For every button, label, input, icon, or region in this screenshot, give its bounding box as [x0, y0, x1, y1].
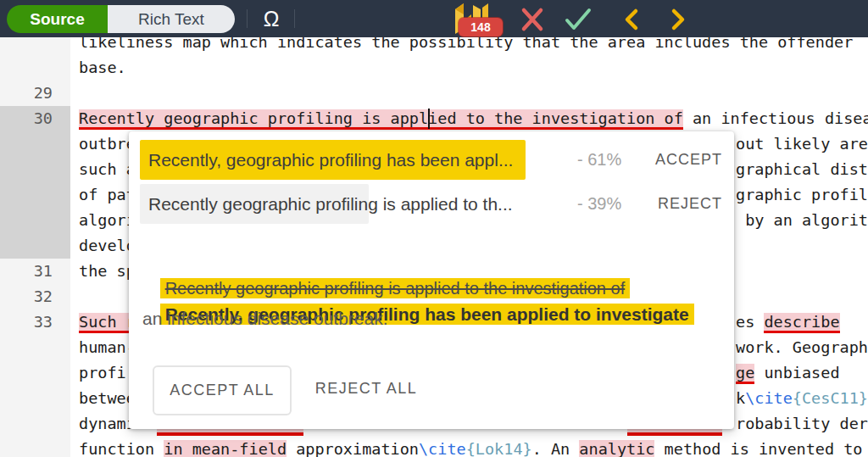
accept-all-button[interactable]: ACCEPT ALL: [153, 365, 292, 415]
code-fragment: robability der: [736, 411, 868, 437]
code-text: work. Geograph: [736, 338, 868, 356]
code-fragment: ge unbiased: [736, 360, 840, 386]
code-text: outbre: [79, 135, 136, 153]
code-fragment: function in mean-field approximation\cit…: [79, 437, 863, 457]
code-fragment: es describe: [736, 309, 840, 335]
line-number: 32: [0, 284, 53, 309]
reject-change-button[interactable]: [516, 3, 548, 36]
suggestion-text: Recently geographic profiling is applied…: [148, 184, 513, 224]
track-changes-widget-button[interactable]: 148: [451, 2, 504, 37]
code-text: betwee: [79, 389, 136, 407]
line-number: 29: [0, 81, 53, 106]
code-text: robability der: [736, 415, 868, 432]
code-text: unbiased: [754, 364, 839, 382]
code-fragment: outbre: [79, 131, 136, 157]
suggestion-row[interactable]: Recently, geographic profiling has been …: [140, 140, 724, 180]
changed-text: in mean-field: [164, 440, 287, 457]
latex-command: \cite: [419, 440, 466, 457]
toolbar-divider: [294, 9, 295, 28]
code-fragment: by an algorit: [736, 208, 868, 233]
suggestion-score: - 39%: [577, 184, 621, 224]
mode-toggle: Source Rich Text: [7, 5, 235, 33]
suggestion-score: - 61%: [577, 140, 621, 180]
code-text: base.: [79, 59, 126, 76]
suggestion-text: Recently, geographic profiling has been …: [148, 140, 513, 180]
previous-change-button[interactable]: [615, 3, 648, 36]
code-text: the sp: [79, 262, 136, 280]
changed-text: ge: [736, 364, 754, 382]
code-text: human-: [79, 338, 136, 356]
changed-text: Such r: [79, 313, 136, 331]
editor-row[interactable]: 30Recently geographic profiling is appli…: [0, 106, 868, 131]
code-text: k: [736, 389, 745, 407]
code-fragment: such a: [79, 157, 136, 182]
symbol-palette-button[interactable]: Ω: [254, 3, 288, 34]
changed-text: describe: [764, 313, 839, 331]
code-fragment: profi: [79, 360, 126, 386]
code-fragment: Recently geographic profiling is applied…: [79, 106, 868, 131]
code-text: profi: [79, 364, 126, 382]
code-fragment: dynami: [79, 411, 136, 437]
code-fragment: graphic profil: [736, 182, 868, 208]
code-text: algori: [79, 211, 136, 229]
toolbar-divider: [247, 9, 248, 28]
code-text: an infectious disease: [683, 109, 868, 127]
chevron-right-icon: [669, 8, 687, 31]
code-text: of pat: [79, 186, 136, 203]
changes-count-badge: 148: [459, 18, 503, 36]
latex-command: \cite: [745, 389, 793, 407]
editor-row[interactable]: function in mean-field approximation\cit…: [0, 437, 868, 457]
editor-row[interactable]: 29: [0, 81, 868, 106]
code-fragment: the sp: [79, 259, 136, 284]
accept-button[interactable]: ACCEPT: [655, 140, 722, 180]
code-fragment: of pat: [79, 182, 136, 208]
code-text: graphic profil: [736, 186, 868, 203]
track-changes-popup: Recently, geographic profiling has been …: [129, 131, 734, 429]
changed-text: Recently geographic profiling is applied…: [79, 109, 683, 127]
reject-all-button[interactable]: REJECT ALL: [298, 365, 434, 412]
code-fragment: base.: [79, 55, 126, 81]
line-number: 30: [0, 106, 53, 131]
line-number: 33: [0, 309, 53, 335]
next-change-button[interactable]: [662, 3, 694, 36]
line-number: 31: [0, 259, 53, 284]
code-text: graphical dist: [736, 160, 868, 178]
changed-text: analytic: [579, 440, 654, 457]
latex-argument: {Lok14}: [466, 440, 532, 457]
code-fragment: graphical dist: [736, 157, 868, 182]
app-window: likeliness map which indicates the possi…: [0, 0, 868, 457]
editor-row[interactable]: base.: [0, 55, 868, 81]
code-fragment: betwee: [79, 386, 136, 411]
preview-unchanged-text: an infectious disease outbreak.: [142, 306, 388, 331]
code-fragment: work. Geograph: [736, 335, 868, 360]
code-text: by an algorit: [736, 211, 868, 229]
rich-text-mode-button[interactable]: Rich Text: [108, 5, 235, 33]
code-text: develo: [79, 237, 136, 254]
code-fragment: develo: [79, 233, 136, 259]
code-fragment: Such r: [79, 309, 136, 335]
accept-change-button[interactable]: [562, 3, 594, 36]
code-text: such a: [79, 160, 136, 178]
code-text: out likely are: [736, 135, 868, 153]
text-cursor: [428, 109, 430, 129]
code-fragment: k\cite{CesC11}: [736, 386, 868, 411]
accept-check-icon: [564, 7, 593, 32]
latex-argument: {CesC11}: [793, 389, 868, 407]
code-text: method is invented to: [654, 440, 862, 457]
preview-old-line: Recently geographic profiling is applied…: [137, 252, 630, 276]
code-text: . An: [532, 440, 580, 457]
code-fragment: out likely are: [736, 131, 868, 157]
preview-new-line: Recently, geographic profiling has been …: [137, 277, 694, 302]
code-fragment: human-: [79, 335, 136, 360]
reject-x-icon: [520, 7, 545, 32]
source-mode-button[interactable]: Source: [7, 5, 108, 33]
code-text: es: [736, 313, 764, 331]
code-fragment: algori: [79, 208, 136, 233]
chevron-left-icon: [622, 8, 641, 31]
reject-button[interactable]: REJECT: [658, 184, 722, 224]
suggestion-row[interactable]: Recently geographic profiling is applied…: [140, 184, 724, 224]
code-text: approximation: [287, 440, 419, 457]
code-text: dynami: [79, 415, 136, 432]
code-text: function: [79, 440, 164, 457]
editor-toolbar: Source Rich Text Ω 148: [0, 0, 868, 37]
